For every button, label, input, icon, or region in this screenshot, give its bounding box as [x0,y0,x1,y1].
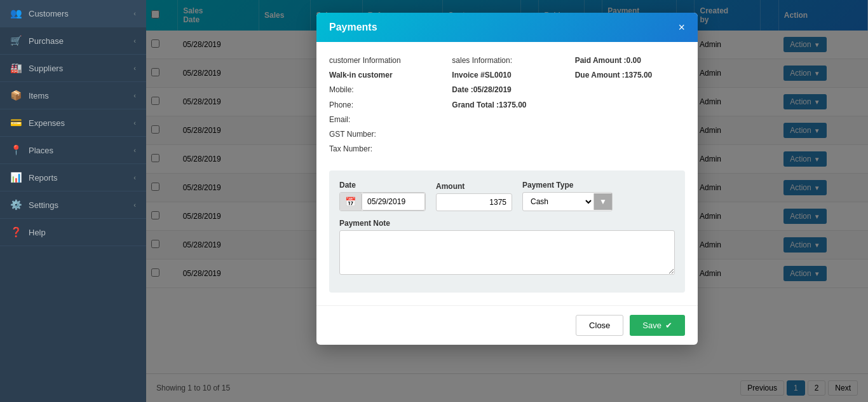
payment-form: Date 📅 Amount Payment Type [329,170,685,293]
save-label: Save [642,321,661,330]
items-icon: 📦 [10,90,22,101]
reports-icon: 📊 [10,172,22,183]
grand-total-field: Grand Total :1375.00 [452,99,562,111]
modal-body: customer Information Walk-in customer Mo… [316,42,698,305]
date-label: Date [339,181,426,190]
info-section: customer Information Walk-in customer Mo… [329,55,685,158]
main-content: SalesDate Sales Sales Reference Customer… [146,0,868,402]
calendar-icon: 📅 [340,193,362,211]
amount-input[interactable] [436,193,512,211]
paid-amount: Paid Amount :0.00 [575,55,685,67]
settings-icon: ⚙️ [10,199,22,211]
help-icon: ❓ [10,226,22,238]
chevron-icon: ‹ [133,119,136,127]
modal-close-button[interactable]: × [678,22,685,33]
email-field: Email: [329,114,439,126]
amount-group: Amount [436,182,512,211]
gst-field: GST Number: [329,128,439,141]
sidebar: 👥 Customers ‹ 🛒 Purchase ‹ 🏭 Suppliers ‹… [0,0,146,402]
chevron-icon: ‹ [133,64,136,72]
payment-type-wrapper: Cash Card Bank Transfer Check ▼ [522,192,613,211]
sidebar-item-label: Places [29,146,133,155]
sidebar-item-label: Purchase [29,36,133,46]
amount-label: Amount [436,182,512,191]
sidebar-item-label: Expenses [29,118,133,128]
sales-section-title: sales Information: [452,55,562,67]
payment-type-group: Payment Type Cash Card Bank Transfer Che… [522,181,613,211]
save-check-icon: ✔ [665,321,672,330]
modal-overlay: Payments × customer Information Walk-in … [146,0,868,402]
payment-type-dropdown-button[interactable]: ▼ [593,193,612,210]
sidebar-item-customers[interactable]: 👥 Customers ‹ [0,0,146,27]
sidebar-item-reports[interactable]: 📊 Reports ‹ [0,164,146,191]
date-field: Date :05/28/2019 [452,84,562,96]
sidebar-item-items[interactable]: 📦 Items ‹ [0,82,146,109]
sidebar-item-label: Reports [29,173,133,183]
amounts-col: Paid Amount :0.00 Due Amount :1375.00 [575,55,685,158]
payment-note-input[interactable] [339,230,675,275]
modal-footer: Close Save ✔ [316,305,698,345]
sidebar-item-label: Help [29,228,136,237]
note-group: Payment Note [339,219,675,275]
form-row-1: Date 📅 Amount Payment Type [339,181,675,211]
suppliers-icon: 🏭 [10,62,22,74]
places-icon: 📍 [10,144,22,156]
form-row-2: Payment Note [339,219,675,275]
sidebar-item-places[interactable]: 📍 Places ‹ [0,137,146,164]
expenses-icon: 💳 [10,117,22,128]
payment-type-select[interactable]: Cash Card Bank Transfer Check [523,193,593,211]
modal-title: Payments [329,22,377,33]
close-modal-button[interactable]: Close [576,315,623,336]
chevron-icon: ‹ [133,201,136,209]
chevron-icon: ‹ [133,146,136,154]
sidebar-item-label: Settings [29,200,133,210]
sales-info-col: sales Information: Invoice #SL0010 Date … [452,55,562,158]
sidebar-item-suppliers[interactable]: 🏭 Suppliers ‹ [0,55,146,82]
phone-field: Phone: [329,99,439,111]
sidebar-item-purchase[interactable]: 🛒 Purchase ‹ [0,27,146,55]
purchase-icon: 🛒 [10,35,22,46]
customer-section-title: customer Information [329,55,439,67]
date-group: Date 📅 [339,181,426,211]
chevron-icon: ‹ [133,37,136,45]
chevron-icon: ‹ [133,92,136,99]
sidebar-item-settings[interactable]: ⚙️ Settings ‹ [0,191,146,219]
sidebar-item-label: Customers [29,9,133,18]
customer-info-col: customer Information Walk-in customer Mo… [329,55,439,158]
mobile-field: Mobile: [329,84,439,96]
note-label: Payment Note [339,219,675,228]
customer-name: Walk-in customer [329,69,439,81]
sidebar-item-label: Suppliers [29,64,133,73]
date-input[interactable] [362,193,425,211]
sidebar-item-help[interactable]: ❓ Help [0,219,146,246]
payment-type-label: Payment Type [522,181,613,190]
save-button[interactable]: Save ✔ [630,315,685,336]
chevron-icon: ‹ [133,10,136,17]
tax-field: Tax Number: [329,143,439,155]
sidebar-item-expenses[interactable]: 💳 Expenses ‹ [0,109,146,137]
chevron-icon: ‹ [133,174,136,181]
sidebar-item-label: Items [29,91,133,100]
invoice-field: Invoice #SL0010 [452,69,562,81]
due-amount: Due Amount :1375.00 [575,69,685,81]
date-input-wrapper: 📅 [339,192,426,211]
payments-modal: Payments × customer Information Walk-in … [316,13,698,345]
customers-icon: 👥 [10,8,22,19]
modal-header: Payments × [316,13,698,42]
